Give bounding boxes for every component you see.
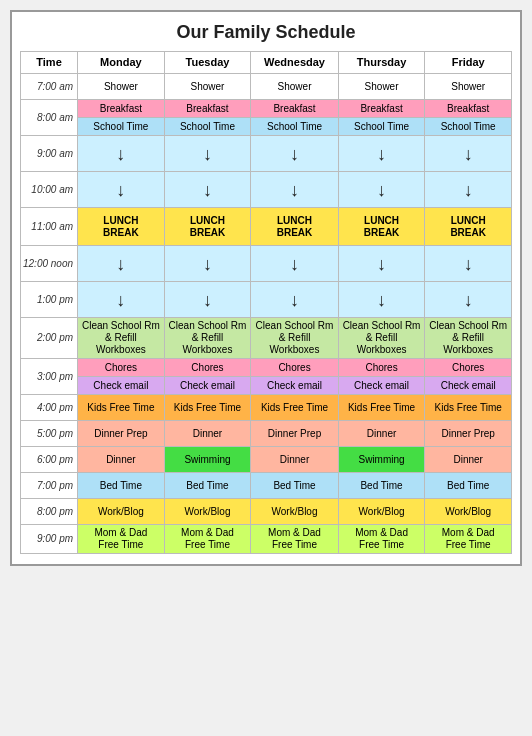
- day-header-friday: Friday: [425, 52, 512, 74]
- schedule-cell: School Time: [78, 118, 165, 136]
- schedule-cell: Kids Free Time: [251, 395, 338, 421]
- schedule-cell: Work/Blog: [78, 499, 165, 525]
- arrow-icon: ↓: [377, 254, 386, 274]
- time-cell: 11:00 am: [21, 208, 78, 246]
- time-cell: 12:00 noon: [21, 246, 78, 282]
- schedule-cell: Dinner: [338, 421, 425, 447]
- schedule-cell: ↓: [425, 282, 512, 318]
- schedule-cell: School Time: [251, 118, 338, 136]
- day-header-monday: Monday: [78, 52, 165, 74]
- table-row: 3:00 pmChoresChoresChoresChoresChores: [21, 359, 512, 377]
- schedule-cell: Chores: [251, 359, 338, 377]
- schedule-cell: ↓: [78, 282, 165, 318]
- schedule-cell: LUNCH BREAK: [78, 208, 165, 246]
- table-row: 2:00 pmClean School Rm & Refill Workboxe…: [21, 318, 512, 359]
- schedule-cell: Swimming: [338, 447, 425, 473]
- schedule-cell: Shower: [78, 74, 165, 100]
- table-row: 4:00 pmKids Free TimeKids Free TimeKids …: [21, 395, 512, 421]
- schedule-cell: ↓: [338, 136, 425, 172]
- schedule-cell: Dinner: [425, 447, 512, 473]
- table-row: 9:00 am↓↓↓↓↓: [21, 136, 512, 172]
- time-cell: 8:00 am: [21, 100, 78, 136]
- time-cell: 10:00 am: [21, 172, 78, 208]
- schedule-cell: ↓: [251, 282, 338, 318]
- schedule-table: TimeMondayTuesdayWednesdayThursdayFriday…: [20, 51, 512, 554]
- schedule-cell: Bed Time: [164, 473, 251, 499]
- arrow-icon: ↓: [290, 254, 299, 274]
- time-cell: 2:00 pm: [21, 318, 78, 359]
- time-cell: 9:00 am: [21, 136, 78, 172]
- schedule-cell: ↓: [338, 246, 425, 282]
- schedule-cell: Dinner Prep: [251, 421, 338, 447]
- schedule-cell: ↓: [78, 136, 165, 172]
- arrow-icon: ↓: [377, 180, 386, 200]
- schedule-cell: School Time: [338, 118, 425, 136]
- schedule-cell: ↓: [425, 136, 512, 172]
- schedule-cell: School Time: [164, 118, 251, 136]
- time-cell: 3:00 pm: [21, 359, 78, 395]
- schedule-cell: Breakfast: [251, 100, 338, 118]
- schedule-cell: Mom & Dad Free Time: [425, 525, 512, 554]
- schedule-cell: Check email: [338, 377, 425, 395]
- arrow-icon: ↓: [377, 290, 386, 310]
- schedule-cell: Check email: [164, 377, 251, 395]
- table-row: 7:00 pmBed TimeBed TimeBed TimeBed TimeB…: [21, 473, 512, 499]
- schedule-cell: LUNCH BREAK: [164, 208, 251, 246]
- table-row: 12:00 noon↓↓↓↓↓: [21, 246, 512, 282]
- schedule-cell: Work/Blog: [338, 499, 425, 525]
- arrow-icon: ↓: [464, 144, 473, 164]
- schedule-cell: Bed Time: [78, 473, 165, 499]
- time-cell: 7:00 pm: [21, 473, 78, 499]
- page-container: Our Family Schedule TimeMondayTuesdayWed…: [10, 10, 522, 566]
- time-cell: 8:00 pm: [21, 499, 78, 525]
- day-header-thursday: Thursday: [338, 52, 425, 74]
- arrow-icon: ↓: [203, 144, 212, 164]
- schedule-cell: Chores: [338, 359, 425, 377]
- schedule-cell: ↓: [78, 172, 165, 208]
- schedule-cell: Kids Free Time: [338, 395, 425, 421]
- arrow-icon: ↓: [290, 290, 299, 310]
- table-row: 7:00 amShowerShowerShowerShowerShower: [21, 74, 512, 100]
- schedule-cell: Dinner Prep: [425, 421, 512, 447]
- time-cell: 6:00 pm: [21, 447, 78, 473]
- time-cell: 9:00 pm: [21, 525, 78, 554]
- time-cell: 7:00 am: [21, 74, 78, 100]
- schedule-cell: Kids Free Time: [425, 395, 512, 421]
- schedule-cell: ↓: [164, 136, 251, 172]
- table-row: 5:00 pmDinner PrepDinnerDinner PrepDinne…: [21, 421, 512, 447]
- table-row: 8:00 pmWork/BlogWork/BlogWork/BlogWork/B…: [21, 499, 512, 525]
- schedule-cell: ↓: [338, 282, 425, 318]
- header-row: TimeMondayTuesdayWednesdayThursdayFriday: [21, 52, 512, 74]
- arrow-icon: ↓: [116, 254, 125, 274]
- schedule-cell: Check email: [425, 377, 512, 395]
- arrow-icon: ↓: [203, 254, 212, 274]
- schedule-cell: Breakfast: [164, 100, 251, 118]
- schedule-cell: Shower: [164, 74, 251, 100]
- schedule-cell: School Time: [425, 118, 512, 136]
- schedule-cell: ↓: [425, 246, 512, 282]
- schedule-cell: Check email: [251, 377, 338, 395]
- table-row: 9:00 pmMom & Dad Free TimeMom & Dad Free…: [21, 525, 512, 554]
- arrow-icon: ↓: [464, 290, 473, 310]
- table-row: 8:00 amBreakfastBreakfastBreakfastBreakf…: [21, 100, 512, 118]
- schedule-cell: LUNCH BREAK: [338, 208, 425, 246]
- table-row: Check emailCheck emailCheck emailCheck e…: [21, 377, 512, 395]
- schedule-cell: Mom & Dad Free Time: [338, 525, 425, 554]
- schedule-cell: Dinner: [164, 421, 251, 447]
- table-row: 1:00 pm↓↓↓↓↓: [21, 282, 512, 318]
- schedule-cell: ↓: [425, 172, 512, 208]
- schedule-cell: Breakfast: [425, 100, 512, 118]
- schedule-cell: Chores: [164, 359, 251, 377]
- schedule-cell: ↓: [338, 172, 425, 208]
- arrow-icon: ↓: [464, 254, 473, 274]
- time-cell: 5:00 pm: [21, 421, 78, 447]
- schedule-cell: Mom & Dad Free Time: [78, 525, 165, 554]
- arrow-icon: ↓: [203, 180, 212, 200]
- schedule-cell: Check email: [78, 377, 165, 395]
- schedule-cell: LUNCH BREAK: [251, 208, 338, 246]
- schedule-cell: ↓: [251, 172, 338, 208]
- schedule-cell: Dinner Prep: [78, 421, 165, 447]
- time-header: Time: [21, 52, 78, 74]
- schedule-cell: Clean School Rm & Refill Workboxes: [78, 318, 165, 359]
- schedule-cell: Clean School Rm & Refill Workboxes: [425, 318, 512, 359]
